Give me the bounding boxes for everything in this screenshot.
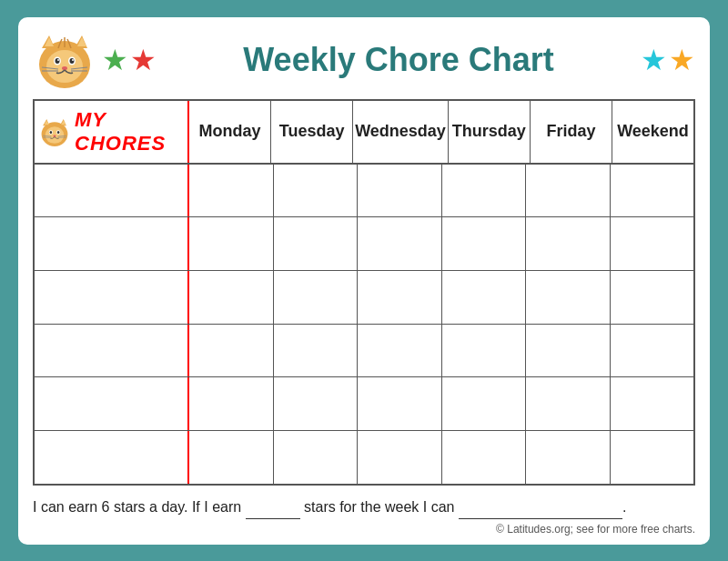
footer-line1-prefix: I can earn 6 stars a day. If I earn (33, 499, 246, 515)
day-cell-5-thu[interactable] (442, 377, 527, 430)
day-cell-3-mon[interactable] (189, 271, 274, 324)
day-header-tuesday: Tuesday (271, 101, 353, 163)
chore-cell-6[interactable] (35, 431, 189, 484)
svg-point-11 (72, 59, 74, 61)
day-cell-3-wed[interactable] (358, 271, 442, 324)
day-cell-5-wkd[interactable] (611, 377, 694, 430)
day-cell-5-wed[interactable] (358, 377, 442, 430)
day-cell-4-fri[interactable] (526, 325, 611, 377)
chore-cell-2[interactable] (35, 217, 189, 270)
footer-area: I can earn 6 stars a day. If I earn star… (33, 495, 695, 519)
table-row (35, 165, 693, 218)
chore-cell-4[interactable] (35, 325, 189, 377)
day-cell-2-tue[interactable] (274, 217, 359, 270)
day-cell-6-tue[interactable] (274, 431, 359, 484)
day-cell-2-wkd[interactable] (611, 217, 694, 270)
day-header-friday: Friday (531, 101, 612, 163)
star-red-icon: ★ (130, 45, 157, 75)
day-cell-1-tue[interactable] (274, 165, 359, 217)
my-chores-label: MY CHORES (75, 108, 184, 155)
day-cell-1-thu[interactable] (442, 165, 527, 217)
svg-point-9 (70, 58, 75, 64)
footer-line1-suffix: . (622, 499, 626, 515)
chart-body (35, 165, 693, 484)
chore-chart-table: MY CHORES Monday Tuesday Wednesday Thurs… (33, 99, 695, 486)
svg-point-12 (62, 66, 67, 70)
day-cell-1-mon[interactable] (189, 165, 274, 217)
svg-point-27 (53, 135, 56, 136)
day-cell-1-fri[interactable] (526, 165, 611, 217)
svg-point-25 (50, 130, 53, 133)
star-cyan-icon: ★ (641, 45, 667, 75)
chart-header: ★ ★ Weekly Chore Chart ★ ★ (33, 28, 695, 92)
copyright-text: © Latitudes.org; see for more free chart… (33, 523, 695, 536)
day-cell-1-wkd[interactable] (611, 165, 694, 217)
svg-point-8 (56, 58, 60, 64)
cat-small-icon (38, 115, 71, 148)
day-cell-6-fri[interactable] (526, 431, 611, 484)
star-green-icon: ★ (102, 45, 128, 75)
day-cell-4-wed[interactable] (358, 325, 442, 377)
day-cell-2-fri[interactable] (526, 217, 611, 270)
table-row (35, 431, 693, 484)
day-cell-5-fri[interactable] (526, 377, 611, 430)
table-row (35, 325, 693, 378)
day-cell-3-tue[interactable] (274, 271, 359, 324)
stars-blank[interactable] (246, 495, 300, 519)
day-cell-2-mon[interactable] (189, 217, 274, 270)
day-cell-3-fri[interactable] (526, 271, 611, 324)
day-header-weekend: Weekend (612, 101, 693, 163)
day-cell-6-mon[interactable] (189, 431, 274, 484)
day-cell-6-thu[interactable] (442, 431, 527, 484)
day-cell-1-wed[interactable] (358, 165, 442, 217)
day-header-thursday: Thursday (449, 101, 531, 163)
star-yellow-icon: ★ (669, 45, 695, 75)
day-cell-2-wed[interactable] (358, 217, 442, 270)
stars-right: ★ ★ (641, 45, 695, 75)
reward-blank[interactable] (459, 495, 622, 519)
day-header-monday: Monday (189, 101, 271, 163)
table-row (35, 217, 693, 271)
chart-title: Weekly Chore Chart (162, 41, 635, 79)
cat-icon (33, 28, 96, 92)
chore-cell-1[interactable] (35, 165, 189, 217)
day-cell-6-wkd[interactable] (611, 431, 694, 484)
chore-cell-3[interactable] (35, 271, 189, 324)
table-row (35, 271, 693, 325)
day-cell-4-thu[interactable] (442, 325, 527, 377)
day-cell-2-thu[interactable] (442, 217, 527, 270)
table-row (35, 377, 693, 431)
day-cell-3-wkd[interactable] (611, 271, 694, 324)
my-chores-header: MY CHORES (35, 101, 189, 163)
weekly-chore-chart-card: ★ ★ Weekly Chore Chart ★ ★ (18, 17, 710, 545)
svg-point-10 (57, 59, 59, 61)
chart-day-header-row: MY CHORES Monday Tuesday Wednesday Thurs… (35, 101, 693, 165)
day-cell-4-mon[interactable] (189, 325, 274, 377)
day-cell-4-tue[interactable] (274, 325, 359, 377)
day-cell-4-wkd[interactable] (611, 325, 694, 377)
day-cell-3-thu[interactable] (442, 271, 527, 324)
day-header-wednesday: Wednesday (353, 101, 449, 163)
day-cell-5-mon[interactable] (189, 377, 274, 430)
day-cell-5-tue[interactable] (274, 377, 359, 430)
svg-point-26 (57, 130, 60, 133)
stars-left: ★ ★ (102, 45, 157, 75)
footer-line1-middle: stars for the week I can (300, 499, 459, 515)
day-cell-6-wed[interactable] (358, 431, 442, 484)
chore-cell-5[interactable] (35, 377, 189, 430)
